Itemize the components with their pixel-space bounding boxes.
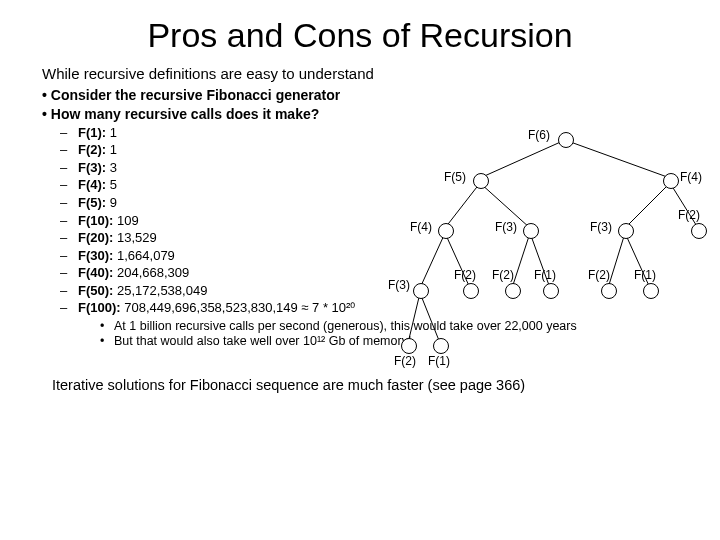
fn-value: 13,529 (117, 229, 157, 247)
tree-label: F(2) (394, 354, 416, 368)
tree-label: F(2) (492, 268, 514, 282)
fn-label: F(5): (78, 194, 106, 212)
fn-label: F(30): (78, 247, 113, 265)
fn-label: F(50): (78, 282, 113, 300)
fn-value: 1 (110, 141, 117, 159)
tree-label: F(3) (495, 220, 517, 234)
page-title: Pros and Cons of Recursion (0, 16, 720, 55)
tree-node (473, 173, 489, 189)
tree-label: F(6) (528, 128, 550, 142)
tree-label: F(2) (454, 268, 476, 282)
tree-label: F(1) (634, 268, 656, 282)
svg-line-4 (625, 183, 670, 228)
fn-value: 25,172,538,049 (117, 282, 207, 300)
fn-value: 3 (110, 159, 117, 177)
bullet-howmany: • How many recursive calls does it make? (42, 105, 720, 124)
tree-node (663, 173, 679, 189)
tree-node (558, 132, 574, 148)
tree-node (463, 283, 479, 299)
fn-label: F(20): (78, 229, 113, 247)
tree-node (691, 223, 707, 239)
fn-label: F(100): (78, 299, 121, 317)
note-text: But that would also take well over 10¹² … (114, 334, 411, 349)
tree-node (601, 283, 617, 299)
svg-line-1 (565, 140, 670, 178)
tree-label: F(4) (680, 170, 702, 184)
recursion-tree-diagram: F(6) F(5) F(4) F(4) F(3) F(3) F(2) F(3) … (400, 128, 710, 378)
svg-line-13 (420, 293, 440, 343)
tree-node (413, 283, 429, 299)
svg-line-0 (480, 140, 565, 178)
fn-value: 204,668,309 (117, 264, 189, 282)
fn-value: 5 (110, 176, 117, 194)
tree-node (543, 283, 559, 299)
bullet-consider-text: Consider the recursive Fibonacci generat… (51, 87, 340, 103)
fn-label: F(4): (78, 176, 106, 194)
svg-line-10 (608, 233, 625, 288)
fn-value: 9 (110, 194, 117, 212)
tree-label: F(1) (534, 268, 556, 282)
fn-value: 109 (117, 212, 139, 230)
tree-node (523, 223, 539, 239)
fn-value: 1 (110, 124, 117, 142)
svg-line-12 (408, 293, 420, 343)
tree-node (618, 223, 634, 239)
tree-node (433, 338, 449, 354)
tree-label: F(3) (388, 278, 410, 292)
tree-node (438, 223, 454, 239)
fn-label: F(3): (78, 159, 106, 177)
tree-node (643, 283, 659, 299)
svg-line-8 (512, 233, 530, 288)
fn-label: F(1): (78, 124, 106, 142)
tree-label: F(4) (410, 220, 432, 234)
fn-label: F(10): (78, 212, 113, 230)
tree-label: F(5) (444, 170, 466, 184)
subtitle-text: While recursive definitions are easy to … (42, 65, 720, 82)
fn-value: 1,664,079 (117, 247, 175, 265)
tree-label: F(3) (590, 220, 612, 234)
fn-label: F(40): (78, 264, 113, 282)
tree-label: F(2) (678, 208, 700, 222)
fn-value: 708,449,696,358,523,830,149 ≈ 7 * 10²⁰ (124, 299, 355, 317)
bullet-howmany-text: How many recursive calls does it make? (51, 106, 319, 122)
tree-node (505, 283, 521, 299)
tree-label: F(2) (588, 268, 610, 282)
tree-label: F(1) (428, 354, 450, 368)
footer-text: Iterative solutions for Fibonacci sequen… (52, 377, 720, 393)
svg-line-2 (445, 183, 480, 228)
svg-line-6 (420, 233, 445, 288)
tree-node (401, 338, 417, 354)
fn-label: F(2): (78, 141, 106, 159)
bullet-consider: • Consider the recursive Fibonacci gener… (42, 86, 720, 105)
